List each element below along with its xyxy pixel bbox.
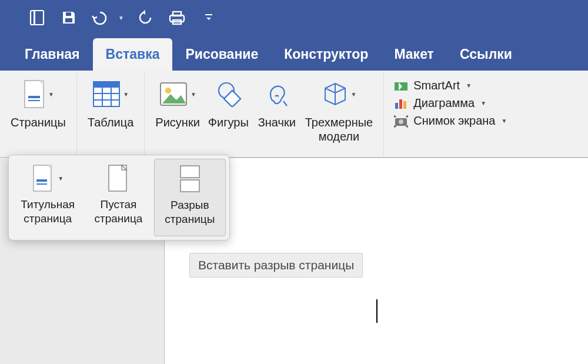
autosave-icon[interactable] [26, 7, 48, 28]
svg-rect-8 [25, 81, 44, 108]
redo-icon[interactable] [135, 7, 156, 28]
camera-icon [393, 115, 409, 128]
smartart-label: SmartArt [413, 79, 460, 92]
svg-rect-10 [28, 100, 40, 101]
tab-design[interactable]: Конструктор [271, 38, 381, 71]
svg-rect-20 [224, 91, 240, 107]
svg-rect-0 [31, 11, 44, 25]
chevron-down-icon: ▼ [501, 118, 507, 124]
svg-rect-22 [395, 103, 398, 109]
pages-dropdown: ▼ Титульнаястраница Пустаястраница Разры… [8, 155, 230, 241]
undo-caret-icon[interactable]: ▼ [118, 15, 124, 21]
shapes-button[interactable]: Фигуры [205, 74, 252, 146]
smartart-button[interactable]: SmartArt ▼ [391, 78, 509, 93]
svg-rect-32 [181, 180, 199, 192]
3d-models-label: Трехмерныемодели [305, 115, 373, 143]
chart-button[interactable]: Диаграмма ▼ [391, 95, 509, 111]
smartart-icon [393, 80, 409, 92]
cover-page-icon [32, 164, 54, 192]
chevron-down-icon: ▼ [58, 175, 64, 182]
svg-rect-9 [28, 96, 40, 98]
blank-page-button[interactable]: Пустаястраница [83, 159, 153, 236]
svg-rect-23 [399, 99, 402, 109]
chevron-down-icon: ▼ [480, 100, 486, 106]
svg-rect-2 [65, 18, 72, 22]
chevron-down-icon: ▼ [351, 91, 357, 98]
screenshot-label: Снимок экрана [413, 114, 495, 128]
table-icon [92, 81, 121, 108]
svg-rect-3 [66, 12, 71, 16]
svg-point-18 [165, 88, 171, 93]
svg-point-26 [399, 119, 403, 124]
shapes-icon [215, 81, 242, 107]
chart-icon [393, 97, 409, 110]
page-break-label: Разрывстраницы [165, 198, 215, 226]
pages-button[interactable]: ▼ Страницы [7, 74, 69, 132]
chevron-down-icon: ▼ [123, 91, 129, 98]
page-break-button[interactable]: Разрывстраницы [154, 159, 226, 236]
pictures-label: Рисунки [155, 115, 199, 129]
undo-icon[interactable] [90, 7, 111, 28]
tab-draw[interactable]: Рисование [172, 38, 271, 71]
quick-access-toolbar: ▼ [0, 0, 588, 35]
tab-home[interactable]: Главная [12, 38, 93, 71]
chart-label: Диаграмма [413, 96, 475, 110]
page-break-icon [177, 165, 203, 193]
icons-icon [263, 81, 290, 107]
svg-rect-29 [36, 183, 47, 185]
icons-label: Значки [258, 115, 296, 129]
blank-page-label: Пустаястраница [95, 198, 143, 226]
3d-models-button[interactable]: ▼ Трехмерныемодели [302, 74, 376, 146]
chevron-down-icon: ▼ [191, 91, 196, 98]
tab-insert[interactable]: Вставка [93, 38, 173, 71]
cover-page-label: Титульнаястраница [21, 198, 75, 226]
cube-icon [322, 81, 349, 107]
ribbon-tabs: Главная Вставка Рисование Конструктор Ма… [0, 35, 588, 71]
pages-icon [22, 79, 46, 109]
ribbon: ▼ Страницы ▼ Таблица [0, 71, 588, 158]
tab-layout[interactable]: Макет [381, 38, 447, 71]
save-icon[interactable] [58, 7, 79, 28]
customize-qat-icon[interactable] [198, 7, 219, 28]
chevron-down-icon: ▼ [48, 91, 54, 98]
svg-rect-27 [34, 165, 51, 191]
svg-rect-12 [93, 82, 119, 88]
tab-references[interactable]: Ссылки [447, 38, 525, 71]
table-label: Таблица [88, 115, 133, 129]
text-cursor [376, 299, 377, 323]
svg-rect-5 [173, 12, 181, 16]
svg-rect-28 [36, 179, 47, 182]
svg-rect-1 [34, 11, 35, 25]
pages-label: Страницы [11, 115, 66, 129]
screenshot-button[interactable]: Снимок экрана ▼ [391, 113, 509, 129]
svg-rect-7 [205, 14, 212, 15]
tooltip: Вставить разрыв страницы [189, 253, 363, 278]
icons-button[interactable]: Значки [253, 74, 300, 146]
pictures-button[interactable]: ▼ Рисунки [152, 74, 203, 146]
blank-page-icon [107, 164, 129, 192]
svg-rect-24 [403, 101, 406, 109]
svg-rect-31 [181, 166, 199, 178]
cover-page-button[interactable]: ▼ Титульнаястраница [12, 159, 83, 236]
picture-icon [159, 81, 188, 107]
print-icon[interactable] [166, 7, 188, 28]
chevron-down-icon: ▼ [466, 82, 472, 89]
table-button[interactable]: ▼ Таблица [84, 74, 137, 132]
shapes-label: Фигуры [208, 115, 249, 129]
